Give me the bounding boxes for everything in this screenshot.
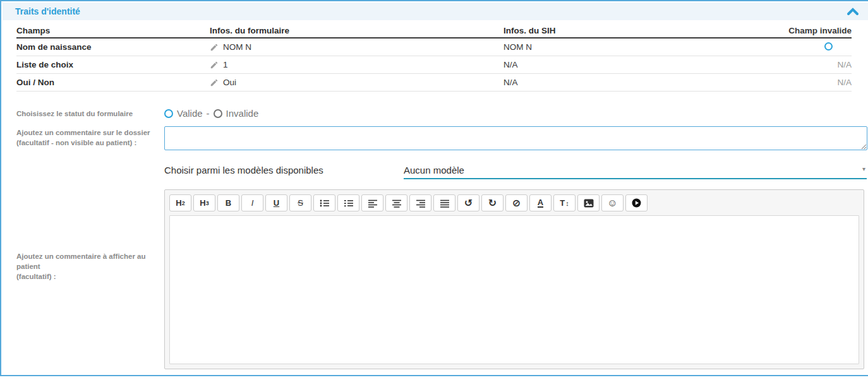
page: Traits d'identité Champs Infos. du formu…: [0, 0, 868, 380]
align-left-button[interactable]: [361, 194, 383, 211]
form-value: NOM N: [223, 42, 251, 52]
italic-button[interactable]: I: [241, 194, 263, 211]
edit-field-button[interactable]: [210, 61, 219, 69]
table-row: Nom de naissance NOM N NOM N: [16, 39, 852, 56]
sih-value: N/A: [503, 78, 769, 87]
champ-invalide-radio[interactable]: [824, 42, 833, 50]
clear-formatting-button[interactable]: ⊘: [505, 194, 527, 211]
editor-toolbar: H2 H3 B I U S ↺ ↻ ⊘ A T↕ ☺: [169, 194, 859, 211]
traits-identite-panel: Traits d'identité Champs Infos. du formu…: [0, 0, 868, 376]
bold-button[interactable]: B: [217, 194, 239, 211]
collapse-panel-button[interactable]: [847, 7, 859, 16]
col-header-infos-sih: Infos. du SIH: [503, 26, 769, 35]
invalide-radio[interactable]: [214, 109, 222, 118]
panel-header: Traits d'identité: [3, 3, 868, 20]
heading2-button[interactable]: H2: [169, 194, 191, 211]
dossier-comment-textarea[interactable]: [164, 126, 867, 150]
patient-comment-editor-area[interactable]: [169, 215, 859, 364]
caret-down-icon: ▾: [862, 165, 865, 172]
status-label: Choisissez le statut du formulaire: [16, 109, 133, 119]
play-icon: [632, 198, 641, 208]
undo-icon: ↺: [464, 197, 473, 209]
template-select-value: Aucun modèle: [404, 165, 464, 175]
heading3-button[interactable]: H3: [193, 194, 215, 211]
valide-radio[interactable]: [164, 109, 173, 118]
field-name: Oui / Non: [16, 78, 210, 87]
unordered-list-icon: [320, 199, 330, 208]
invalide-label: Invalide: [226, 108, 259, 119]
champ-invalide-na: N/A: [769, 78, 852, 87]
image-icon: [584, 199, 594, 208]
col-header-champs: Champs: [16, 26, 210, 35]
form-value: 1: [223, 60, 228, 69]
ordered-list-icon: [344, 199, 354, 208]
redo-icon: ↻: [488, 197, 497, 209]
insert-emoji-button[interactable]: ☺: [601, 194, 624, 211]
col-header-infos-formulaire: Infos. du formulaire: [210, 26, 503, 35]
updown-arrow-icon: ↕: [565, 199, 569, 207]
sih-value: NOM N: [503, 42, 769, 52]
table-row: Liste de choix 1 N/A N/A: [16, 56, 852, 74]
align-center-icon: [392, 199, 402, 208]
field-name: Liste de choix: [16, 60, 210, 69]
chevron-up-icon: [847, 7, 859, 16]
ordered-list-button[interactable]: [337, 194, 359, 211]
ban-icon: ⊘: [512, 197, 521, 209]
field-name: Nom de naissance: [16, 42, 210, 52]
pencil-icon: [210, 43, 219, 52]
template-select[interactable]: Aucun modèle ▾: [404, 162, 867, 179]
table-row: Oui / Non Oui N/A N/A: [16, 74, 852, 92]
radio-separator: -: [207, 108, 210, 119]
smiley-icon: ☺: [607, 198, 617, 209]
sih-value: N/A: [503, 60, 769, 69]
insert-video-button[interactable]: [625, 194, 648, 211]
edit-field-button[interactable]: [210, 78, 219, 87]
status-radio-group: Valide - Invalide: [164, 108, 258, 119]
champ-invalide-na: N/A: [769, 60, 852, 69]
col-header-champ-invalide: Champ invalide: [769, 26, 852, 35]
identity-table: Champs Infos. du formulaire Infos. du SI…: [16, 24, 852, 92]
align-right-icon: [416, 199, 426, 208]
pencil-icon: [210, 61, 219, 69]
underline-button[interactable]: U: [265, 194, 287, 211]
dossier-comment-label: Ajoutez un commentaire sur le dossier (f…: [16, 128, 168, 148]
align-right-button[interactable]: [409, 194, 431, 211]
valide-label: Valide: [177, 108, 203, 119]
strikethrough-button[interactable]: S: [289, 194, 311, 211]
patient-comment-label: Ajoutez un commentaire à afficher au pat…: [16, 251, 168, 282]
align-center-button[interactable]: [385, 194, 407, 211]
undo-button[interactable]: ↺: [457, 194, 479, 211]
edit-field-button[interactable]: [210, 43, 219, 52]
insert-image-button[interactable]: [577, 194, 600, 211]
table-header-row: Champs Infos. du formulaire Infos. du SI…: [16, 24, 852, 39]
unordered-list-button[interactable]: [313, 194, 335, 211]
form-value: Oui: [223, 78, 236, 87]
align-justify-icon: [440, 199, 450, 208]
panel-title: Traits d'identité: [15, 6, 80, 16]
font-color-button[interactable]: A: [529, 194, 552, 211]
align-left-icon: [368, 199, 378, 208]
align-justify-button[interactable]: [433, 194, 455, 211]
redo-button[interactable]: ↻: [481, 194, 503, 211]
rich-text-editor: H2 H3 B I U S ↺ ↻ ⊘ A T↕ ☺: [164, 189, 864, 369]
font-size-button[interactable]: T↕: [553, 194, 576, 211]
pencil-icon: [210, 78, 219, 87]
template-select-label: Choisir parmi les modèles disponibles: [164, 165, 323, 175]
